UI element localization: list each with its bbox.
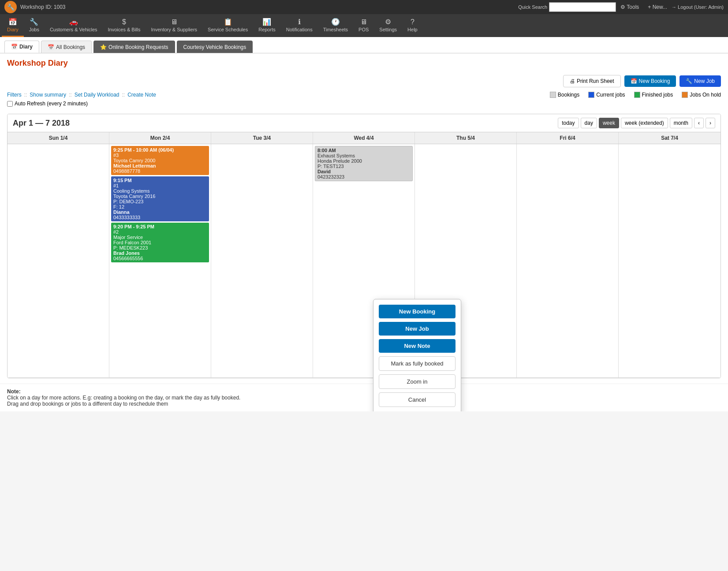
logout-link[interactable]: → Logout (User: Admin) — [672, 4, 724, 10]
event-green-1[interactable]: 9:20 PM - 9:25 PM #2 Major Service Ford … — [111, 223, 209, 262]
tab-online-icon: ⭐ — [100, 44, 107, 50]
new-job-header-label: New Job — [694, 78, 715, 84]
nav-week[interactable]: week — [599, 118, 619, 128]
nav-diary[interactable]: 📅 Diary — [2, 14, 24, 37]
nav-week-extended[interactable]: week (extended) — [621, 118, 668, 128]
day-header-mon: Mon 2/4 — [109, 132, 211, 144]
legend-jobs-on-hold: Jobs On hold — [682, 92, 721, 98]
nav-service-schedules[interactable]: 📋 Service Schedules — [202, 14, 253, 37]
event-blue-1-time: 9:15 PM — [113, 178, 207, 183]
nav-customers-label: Customers & Vehicles — [50, 27, 97, 32]
show-summary-link[interactable]: Show summary — [30, 92, 66, 98]
filters-link[interactable]: Filters — [7, 92, 22, 98]
event-orange-1-phone: 0498887778 — [113, 168, 207, 174]
cal-cell-sun[interactable] — [7, 144, 109, 378]
nav-timesheets-label: Timesheets — [323, 27, 348, 32]
tabs-bar: 📅 Diary 📅 All Bookings ⭐ Online Booking … — [0, 37, 728, 53]
nav-month[interactable]: month — [670, 118, 692, 128]
nav-pos[interactable]: 🖥 POS — [353, 14, 374, 37]
event-blue-1-phone: 0433333333 — [113, 215, 207, 220]
day-action-popup: New Booking New Job New Note Mark as ful… — [373, 299, 461, 411]
event-gray-1-service: Exhaust Systems — [317, 153, 410, 158]
tab-courtesy-vehicle-bookings[interactable]: Courtesy Vehicle Bookings — [177, 41, 253, 53]
finished-jobs-label: Finished jobs — [642, 92, 673, 98]
quick-search-input[interactable] — [549, 2, 616, 12]
event-blue-1-vehicle: Toyota Camry 2016 — [113, 194, 207, 199]
event-gray-1-name: David — [317, 169, 410, 174]
app-logo: 🔧 — [4, 1, 17, 13]
tools-link[interactable]: ⚙ Tools — [620, 4, 639, 10]
set-daily-workload-link[interactable]: Set Daily Workload — [75, 92, 119, 98]
event-orange-1[interactable]: 9:25 PM - 10:00 AM (06/04) #3 Toyota Cam… — [111, 146, 209, 175]
popup-mark-fully-booked-button[interactable]: Mark as fully booked — [379, 356, 455, 371]
popup-new-booking-button[interactable]: New Booking — [379, 305, 455, 318]
page-title: Workshop Diary — [7, 59, 721, 68]
diary-icon: 📅 — [8, 18, 17, 26]
nav-notifications[interactable]: ℹ Notifications — [281, 14, 318, 37]
event-green-1-plate: P: MEDESK223 — [113, 245, 207, 250]
event-blue-1-fi: F: 12 — [113, 204, 207, 209]
nav-timesheets[interactable]: 🕐 Timesheets — [318, 14, 353, 37]
workshop-id: Workshop ID: 1003 — [20, 4, 518, 10]
nav-invoices[interactable]: $ Invoices & Bills — [103, 14, 146, 37]
new-job-icon: 🔧 — [686, 78, 692, 84]
cal-cell-mon[interactable]: 9:25 PM - 10:00 AM (06/04) #3 Toyota Cam… — [109, 144, 211, 378]
nav-day[interactable]: day — [581, 118, 597, 128]
event-gray-1[interactable]: 8:00 AM Exhaust Systems Honda Prelude 20… — [315, 146, 413, 181]
event-green-1-service: Major Service — [113, 235, 207, 240]
settings-icon: ⚙ — [385, 18, 391, 26]
nav-service-schedules-label: Service Schedules — [208, 27, 248, 32]
day-header-fri: Fri 6/4 — [517, 132, 619, 144]
legend-current-jobs: Current jobs — [588, 92, 625, 98]
nav-today[interactable]: today — [558, 118, 579, 128]
jobs-icon: 🔧 — [30, 18, 38, 26]
new-booking-button[interactable]: 📅 New Booking — [624, 75, 676, 87]
nav-diary-label: Diary — [7, 27, 19, 32]
cal-cell-fri[interactable] — [517, 144, 619, 378]
new-booking-label: New Booking — [639, 78, 670, 84]
new-job-header-button[interactable]: 🔧 New Job — [679, 75, 721, 87]
note-title: Note: — [7, 388, 21, 395]
tab-courtesy-label: Courtesy Vehicle Bookings — [183, 44, 246, 50]
tab-online-booking-requests[interactable]: ⭐ Online Booking Requests — [93, 41, 175, 53]
cal-cell-sat[interactable] — [619, 144, 721, 378]
event-gray-1-vehicle: Honda Prelude 2000 — [317, 158, 410, 164]
popup-cancel-button[interactable]: Cancel — [379, 392, 455, 407]
nav-customers[interactable]: 🚗 Customers & Vehicles — [45, 14, 103, 37]
tab-all-bookings[interactable]: 📅 All Bookings — [41, 41, 92, 53]
event-gray-1-phone: 0423232323 — [317, 174, 410, 179]
new-link[interactable]: + New... — [648, 4, 667, 10]
nav-jobs[interactable]: 🔧 Jobs — [24, 14, 45, 37]
auto-refresh-checkbox[interactable] — [7, 101, 13, 107]
nav-notifications-label: Notifications — [286, 27, 313, 32]
calendar-body: 9:25 PM - 10:00 AM (06/04) #3 Toyota Cam… — [7, 144, 721, 378]
bookings-label: Bookings — [558, 92, 579, 98]
tab-online-label: Online Booking Requests — [108, 44, 168, 50]
print-run-sheet-button[interactable]: 🖨 Print Run Sheet — [563, 75, 621, 87]
popup-new-note-button[interactable]: New Note — [379, 339, 455, 353]
create-note-link[interactable]: Create Note — [127, 92, 156, 98]
nav-prev[interactable]: ‹ — [694, 118, 704, 128]
tab-all-bookings-label: All Bookings — [56, 44, 85, 50]
popup-new-job-button[interactable]: New Job — [379, 322, 455, 336]
nav-help[interactable]: ? Help — [402, 14, 423, 37]
inventory-icon: 🖥 — [171, 18, 178, 26]
nav-reports-label: Reports — [258, 27, 276, 32]
event-blue-1-service: Cooling Systems — [113, 188, 207, 194]
calendar-days-header: Sun 1/4 Mon 2/4 Tue 3/4 Wed 4/4 Thu 5/4 … — [7, 132, 721, 144]
event-green-1-phone: 04566665556 — [113, 256, 207, 261]
popup-zoom-in-button[interactable]: Zoom in — [379, 374, 455, 389]
event-blue-1[interactable]: 9:15 PM #1 Cooling Systems Toyota Camry … — [111, 176, 209, 221]
reports-icon: 📊 — [262, 18, 271, 26]
event-orange-1-time: 9:25 PM - 10:00 AM (06/04) — [113, 147, 207, 153]
tab-diary[interactable]: 📅 Diary — [4, 41, 39, 53]
print-icon: 🖨 — [570, 78, 575, 84]
nav-settings[interactable]: ⚙ Settings — [374, 14, 402, 37]
nav-next[interactable]: › — [706, 118, 715, 128]
nav-reports[interactable]: 📊 Reports — [253, 14, 281, 37]
cal-cell-tue[interactable] — [211, 144, 313, 378]
nav-inventory[interactable]: 🖥 Inventory & Suppliers — [146, 14, 203, 37]
jobs-on-hold-label: Jobs On hold — [690, 92, 721, 98]
calendar: Apr 1 — 7 2018 today day week week (exte… — [7, 114, 721, 378]
current-jobs-color-box — [588, 92, 594, 98]
